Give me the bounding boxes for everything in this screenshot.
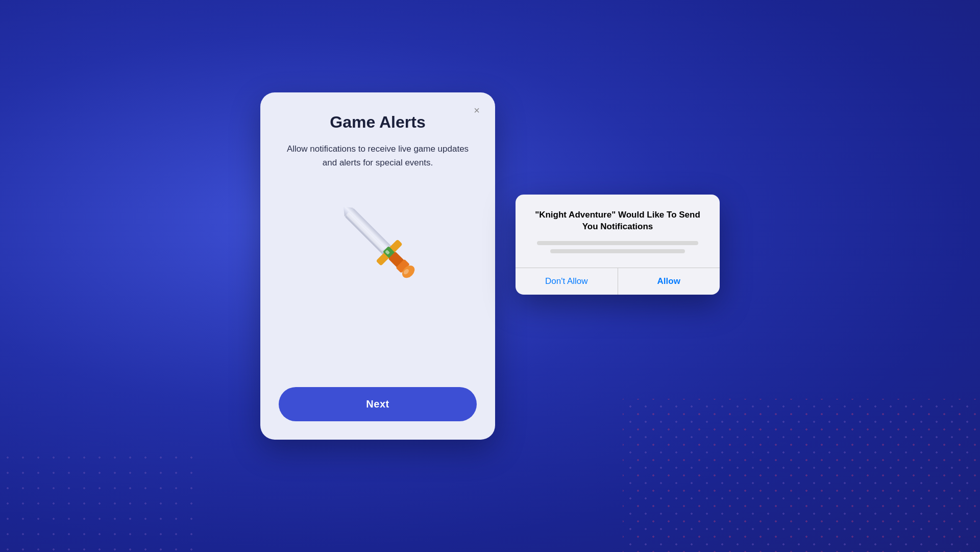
- card-title: Game Alerts: [330, 113, 425, 132]
- card-description: Allow notifications to receive live game…: [279, 142, 477, 170]
- game-alerts-card: × Game Alerts Allow notifications to rec…: [260, 92, 495, 440]
- ios-placeholder-line-1: [537, 241, 699, 245]
- ios-dialog-title: "Knight Adventure" Would Like To Send Yo…: [528, 209, 707, 233]
- ios-placeholder-line-2: [550, 249, 685, 253]
- svg-rect-2: [346, 212, 385, 251]
- close-button[interactable]: ×: [469, 103, 485, 119]
- scene: × Game Alerts Allow notifications to rec…: [260, 92, 720, 460]
- close-icon: ×: [474, 105, 480, 116]
- ios-dialog-buttons: Don't Allow Allow: [516, 268, 720, 295]
- sword-illustration: [327, 190, 429, 292]
- decorative-dots-bl: [0, 450, 204, 552]
- allow-button[interactable]: Allow: [618, 268, 720, 295]
- ios-dialog-content: "Knight Adventure" Would Like To Send Yo…: [516, 195, 720, 268]
- next-button[interactable]: Next: [279, 387, 477, 421]
- dont-allow-button[interactable]: Don't Allow: [516, 268, 618, 295]
- ios-notification-dialog: "Knight Adventure" Would Like To Send Yo…: [516, 195, 720, 295]
